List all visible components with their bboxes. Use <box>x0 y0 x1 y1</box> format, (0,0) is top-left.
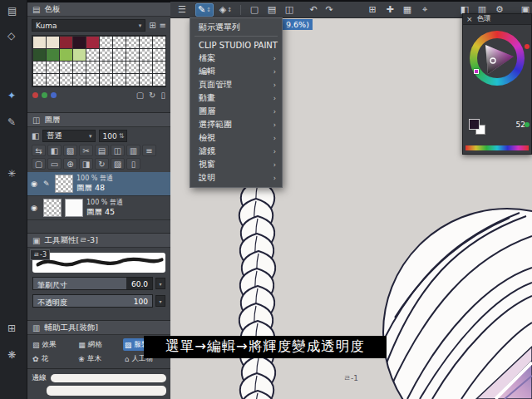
grid-icon[interactable]: ▦ <box>401 3 414 17</box>
new-swatch-icon[interactable]: ▢ <box>136 91 144 100</box>
tool-property-tab[interactable]: ▣ 工具屬性[ㄹ-3] <box>27 234 170 248</box>
color-swatch[interactable] <box>140 37 152 48</box>
layer-toolbar-icon[interactable]: ⇆ <box>32 145 46 156</box>
edge-brush-preview-2[interactable] <box>47 386 166 396</box>
layer-toolbar-icon[interactable]: ⊕ <box>63 158 77 170</box>
main-menu-button[interactable]: ✎ ↕ <box>195 3 214 17</box>
menu-item[interactable]: 說明 › <box>190 171 282 185</box>
sub-tool-item[interactable]: ▦ 網格 <box>76 338 121 351</box>
color-swatch[interactable] <box>113 62 126 73</box>
undo-icon[interactable]: ↶ <box>307 3 320 17</box>
color-swatch[interactable] <box>100 74 112 86</box>
menu-item-show-menu-bar[interactable]: 顯示選單列 <box>190 21 282 34</box>
collapsed-brush-icon[interactable]: ✎ <box>7 116 16 128</box>
saturation-triangle[interactable] <box>477 38 517 78</box>
layer-toolbar-icon[interactable]: ▢ <box>32 158 46 170</box>
sub-tool-item[interactable]: ✿ 花 <box>31 352 75 365</box>
color-swatch[interactable] <box>47 49 59 61</box>
color-swatch[interactable] <box>60 37 72 48</box>
layer-panel-tab[interactable]: ◫ 圖層 <box>27 113 170 127</box>
layer-mask-thumbnail[interactable] <box>65 199 83 217</box>
swatch-color-dot[interactable] <box>32 92 38 98</box>
layer-toolbar-icon[interactable]: ↻ <box>95 158 109 170</box>
color-swatch[interactable] <box>60 49 72 61</box>
color-swatch[interactable] <box>153 37 165 48</box>
slider-options-button[interactable]: ▾ <box>155 278 165 289</box>
layer-row[interactable]: ◉ ✎ 100 % 普通 圖層 48 <box>27 172 170 196</box>
color-swatch[interactable] <box>73 62 86 73</box>
menu-item[interactable]: 圖層 › <box>190 105 282 118</box>
color-swatch[interactable] <box>140 49 152 61</box>
collapsed-pattern-icon[interactable]: ❋ <box>7 349 16 361</box>
color-swatch[interactable] <box>86 37 99 48</box>
color-swatch[interactable] <box>86 74 99 86</box>
swatch-grid-view-icon[interactable]: ⊞ <box>149 21 155 30</box>
color-swatch[interactable] <box>60 62 72 73</box>
hue-marker[interactable] <box>474 69 479 74</box>
color-swatch[interactable] <box>100 49 112 61</box>
swatch-color-dot[interactable] <box>51 92 57 98</box>
hue-slider-strip[interactable] <box>466 145 529 150</box>
color-swatch[interactable] <box>47 37 59 48</box>
color-swatch[interactable] <box>73 74 86 86</box>
swatch-set-select[interactable]: Kuma ▾ <box>32 19 145 32</box>
swatch-panel-tab[interactable]: ▤ 色板 <box>27 2 170 17</box>
menu-item[interactable]: 檔案 › <box>190 52 282 65</box>
layer-toolbar-icon[interactable]: ≡ <box>142 145 156 156</box>
menu-item[interactable]: 濾鏡 › <box>190 145 282 158</box>
hamburger-menu-icon[interactable]: ☰ <box>175 3 189 17</box>
collapsed-grid-icon[interactable]: ⊞ <box>7 323 16 334</box>
color-swatch[interactable] <box>33 62 46 73</box>
menu-item[interactable]: 頁面管理 › <box>190 78 282 91</box>
layer-toolbar-icon[interactable]: ◨ <box>79 158 93 170</box>
menu-item[interactable]: 動畫 › <box>190 91 282 105</box>
close-icon[interactable]: × <box>466 15 473 23</box>
color-wheel[interactable] <box>470 31 525 86</box>
color-swatch[interactable] <box>140 62 152 73</box>
color-swatch[interactable] <box>126 49 139 61</box>
snap-icon[interactable]: ⌖ <box>418 3 431 17</box>
collapsed-palette-icon[interactable]: ▤ <box>7 5 17 17</box>
layer-toolbar-icon[interactable]: ▧ <box>63 145 77 156</box>
collapsed-decoration-icon[interactable]: ✳ <box>7 168 16 180</box>
slider-options-button[interactable]: ▾ <box>155 295 165 307</box>
replace-swatch-icon[interactable]: ↻ <box>149 91 155 100</box>
color-swatch[interactable] <box>73 49 86 61</box>
collapsed-3d-icon[interactable]: ◇ <box>7 30 15 42</box>
layer-thumbnail[interactable] <box>55 175 73 193</box>
color-swatch[interactable] <box>33 37 46 48</box>
color-swatch[interactable] <box>113 37 126 48</box>
color-swatch[interactable] <box>113 74 126 86</box>
sub-tool-item[interactable]: ▧ 效果 <box>31 338 75 351</box>
color-swatch[interactable] <box>73 37 86 48</box>
color-swatch[interactable] <box>126 62 139 73</box>
property-slider[interactable]: 筆刷尺寸 60.0 <box>32 277 153 290</box>
layer-toolbar-icon[interactable]: ▨ <box>111 158 125 170</box>
color-swatch[interactable] <box>33 49 46 61</box>
layer-opacity-input[interactable]: 100 ⇅ <box>99 130 127 142</box>
menu-item[interactable]: CLIP STUDIO PAINT › <box>190 38 282 52</box>
edge-brush-preview[interactable] <box>51 374 166 382</box>
menu-item[interactable]: 編輯 › <box>190 65 282 78</box>
layer-toolbar-icon[interactable]: ▯ <box>126 158 140 170</box>
layer-toolbar-icon[interactable]: ▤ <box>95 145 109 156</box>
menu-item[interactable]: 選擇範圍 › <box>190 118 282 131</box>
sub-tool-tab[interactable]: ▥ 輔助工具[裝飾] <box>27 321 170 335</box>
color-swatch[interactable] <box>60 74 72 86</box>
swatch-menu-icon[interactable]: ≡ <box>160 21 166 30</box>
transform-icon[interactable]: ⊞ <box>366 3 379 17</box>
canvas-tab-zoom-fragment[interactable]: 9.6%) <box>283 19 313 30</box>
sub-tool-item[interactable]: ❀ 草木 <box>76 352 121 365</box>
foreground-color-chip[interactable] <box>469 119 480 130</box>
save-icon[interactable]: ◫ <box>283 3 296 17</box>
color-wheel-header[interactable]: × 色環 <box>463 14 531 25</box>
menu-item[interactable]: 視窗 › <box>190 158 282 171</box>
layer-toolbar-icon[interactable]: ▥ <box>126 145 140 156</box>
layer-visibility-icon[interactable]: ◉ <box>31 204 40 212</box>
layer-visibility-icon[interactable]: ◉ <box>31 180 40 188</box>
color-swatch[interactable] <box>153 62 165 73</box>
layer-toolbar-icon[interactable]: ✂ <box>79 145 93 156</box>
property-slider[interactable]: 不透明度 100 <box>32 294 153 308</box>
tool-cycle-button[interactable]: ◈ ↕ <box>218 3 234 17</box>
color-swatch[interactable] <box>113 49 126 61</box>
